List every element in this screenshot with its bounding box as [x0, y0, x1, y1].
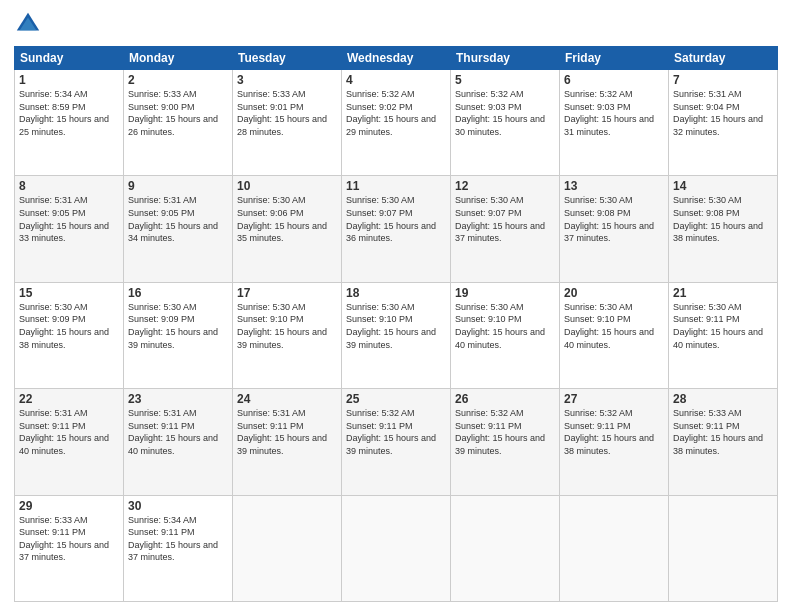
calendar-header-sunday: Sunday — [15, 47, 124, 70]
calendar-day-cell: 3Sunrise: 5:33 AMSunset: 9:01 PMDaylight… — [233, 70, 342, 176]
calendar-day-cell: 7Sunrise: 5:31 AMSunset: 9:04 PMDaylight… — [669, 70, 778, 176]
day-number: 17 — [237, 286, 337, 300]
logo-icon — [14, 10, 42, 38]
day-info: Sunrise: 5:32 AMSunset: 9:11 PMDaylight:… — [455, 407, 555, 457]
day-number: 22 — [19, 392, 119, 406]
day-number: 21 — [673, 286, 773, 300]
calendar-day-cell: 15Sunrise: 5:30 AMSunset: 9:09 PMDayligh… — [15, 282, 124, 388]
calendar-day-cell — [560, 495, 669, 601]
calendar-day-cell: 11Sunrise: 5:30 AMSunset: 9:07 PMDayligh… — [342, 176, 451, 282]
header — [14, 10, 778, 38]
day-number: 12 — [455, 179, 555, 193]
calendar-header-thursday: Thursday — [451, 47, 560, 70]
day-info: Sunrise: 5:30 AMSunset: 9:11 PMDaylight:… — [673, 301, 773, 351]
calendar-day-cell: 4Sunrise: 5:32 AMSunset: 9:02 PMDaylight… — [342, 70, 451, 176]
day-number: 29 — [19, 499, 119, 513]
day-number: 3 — [237, 73, 337, 87]
calendar-header-saturday: Saturday — [669, 47, 778, 70]
calendar-week-row: 8Sunrise: 5:31 AMSunset: 9:05 PMDaylight… — [15, 176, 778, 282]
day-number: 23 — [128, 392, 228, 406]
calendar-header-wednesday: Wednesday — [342, 47, 451, 70]
day-number: 7 — [673, 73, 773, 87]
day-info: Sunrise: 5:33 AMSunset: 9:01 PMDaylight:… — [237, 88, 337, 138]
day-info: Sunrise: 5:30 AMSunset: 9:10 PMDaylight:… — [564, 301, 664, 351]
calendar-day-cell — [451, 495, 560, 601]
calendar-day-cell: 23Sunrise: 5:31 AMSunset: 9:11 PMDayligh… — [124, 389, 233, 495]
page: SundayMondayTuesdayWednesdayThursdayFrid… — [0, 0, 792, 612]
day-number: 2 — [128, 73, 228, 87]
day-info: Sunrise: 5:30 AMSunset: 9:10 PMDaylight:… — [455, 301, 555, 351]
day-info: Sunrise: 5:30 AMSunset: 9:06 PMDaylight:… — [237, 194, 337, 244]
calendar-day-cell: 18Sunrise: 5:30 AMSunset: 9:10 PMDayligh… — [342, 282, 451, 388]
calendar-day-cell: 10Sunrise: 5:30 AMSunset: 9:06 PMDayligh… — [233, 176, 342, 282]
calendar-day-cell: 24Sunrise: 5:31 AMSunset: 9:11 PMDayligh… — [233, 389, 342, 495]
calendar-day-cell: 29Sunrise: 5:33 AMSunset: 9:11 PMDayligh… — [15, 495, 124, 601]
day-number: 15 — [19, 286, 119, 300]
day-info: Sunrise: 5:31 AMSunset: 9:11 PMDaylight:… — [237, 407, 337, 457]
day-number: 5 — [455, 73, 555, 87]
calendar-day-cell: 8Sunrise: 5:31 AMSunset: 9:05 PMDaylight… — [15, 176, 124, 282]
day-number: 30 — [128, 499, 228, 513]
day-number: 16 — [128, 286, 228, 300]
day-number: 9 — [128, 179, 228, 193]
calendar-day-cell: 16Sunrise: 5:30 AMSunset: 9:09 PMDayligh… — [124, 282, 233, 388]
calendar-day-cell — [669, 495, 778, 601]
day-info: Sunrise: 5:33 AMSunset: 9:11 PMDaylight:… — [673, 407, 773, 457]
day-number: 28 — [673, 392, 773, 406]
day-number: 19 — [455, 286, 555, 300]
day-info: Sunrise: 5:31 AMSunset: 9:04 PMDaylight:… — [673, 88, 773, 138]
day-number: 10 — [237, 179, 337, 193]
calendar-day-cell: 6Sunrise: 5:32 AMSunset: 9:03 PMDaylight… — [560, 70, 669, 176]
day-number: 6 — [564, 73, 664, 87]
day-info: Sunrise: 5:31 AMSunset: 9:05 PMDaylight:… — [128, 194, 228, 244]
day-number: 24 — [237, 392, 337, 406]
day-number: 11 — [346, 179, 446, 193]
calendar-table: SundayMondayTuesdayWednesdayThursdayFrid… — [14, 46, 778, 602]
day-info: Sunrise: 5:31 AMSunset: 9:11 PMDaylight:… — [19, 407, 119, 457]
calendar-day-cell: 25Sunrise: 5:32 AMSunset: 9:11 PMDayligh… — [342, 389, 451, 495]
calendar-header-row: SundayMondayTuesdayWednesdayThursdayFrid… — [15, 47, 778, 70]
day-info: Sunrise: 5:30 AMSunset: 9:07 PMDaylight:… — [455, 194, 555, 244]
calendar-day-cell: 19Sunrise: 5:30 AMSunset: 9:10 PMDayligh… — [451, 282, 560, 388]
calendar-day-cell: 27Sunrise: 5:32 AMSunset: 9:11 PMDayligh… — [560, 389, 669, 495]
day-number: 4 — [346, 73, 446, 87]
calendar-day-cell: 14Sunrise: 5:30 AMSunset: 9:08 PMDayligh… — [669, 176, 778, 282]
day-info: Sunrise: 5:34 AMSunset: 8:59 PMDaylight:… — [19, 88, 119, 138]
day-info: Sunrise: 5:30 AMSunset: 9:09 PMDaylight:… — [19, 301, 119, 351]
logo — [14, 10, 46, 38]
day-info: Sunrise: 5:32 AMSunset: 9:11 PMDaylight:… — [346, 407, 446, 457]
calendar-week-row: 29Sunrise: 5:33 AMSunset: 9:11 PMDayligh… — [15, 495, 778, 601]
day-info: Sunrise: 5:33 AMSunset: 9:00 PMDaylight:… — [128, 88, 228, 138]
day-number: 13 — [564, 179, 664, 193]
calendar-week-row: 15Sunrise: 5:30 AMSunset: 9:09 PMDayligh… — [15, 282, 778, 388]
day-number: 1 — [19, 73, 119, 87]
day-info: Sunrise: 5:30 AMSunset: 9:08 PMDaylight:… — [673, 194, 773, 244]
calendar-week-row: 22Sunrise: 5:31 AMSunset: 9:11 PMDayligh… — [15, 389, 778, 495]
calendar-day-cell: 1Sunrise: 5:34 AMSunset: 8:59 PMDaylight… — [15, 70, 124, 176]
day-info: Sunrise: 5:33 AMSunset: 9:11 PMDaylight:… — [19, 514, 119, 564]
calendar-day-cell — [233, 495, 342, 601]
day-info: Sunrise: 5:30 AMSunset: 9:10 PMDaylight:… — [346, 301, 446, 351]
calendar-day-cell: 22Sunrise: 5:31 AMSunset: 9:11 PMDayligh… — [15, 389, 124, 495]
calendar-day-cell — [342, 495, 451, 601]
day-info: Sunrise: 5:32 AMSunset: 9:02 PMDaylight:… — [346, 88, 446, 138]
calendar-day-cell: 26Sunrise: 5:32 AMSunset: 9:11 PMDayligh… — [451, 389, 560, 495]
day-info: Sunrise: 5:30 AMSunset: 9:07 PMDaylight:… — [346, 194, 446, 244]
day-number: 25 — [346, 392, 446, 406]
day-info: Sunrise: 5:31 AMSunset: 9:11 PMDaylight:… — [128, 407, 228, 457]
day-info: Sunrise: 5:32 AMSunset: 9:03 PMDaylight:… — [455, 88, 555, 138]
calendar-day-cell: 30Sunrise: 5:34 AMSunset: 9:11 PMDayligh… — [124, 495, 233, 601]
calendar-header-tuesday: Tuesday — [233, 47, 342, 70]
calendar-day-cell: 21Sunrise: 5:30 AMSunset: 9:11 PMDayligh… — [669, 282, 778, 388]
day-number: 18 — [346, 286, 446, 300]
day-info: Sunrise: 5:34 AMSunset: 9:11 PMDaylight:… — [128, 514, 228, 564]
day-info: Sunrise: 5:30 AMSunset: 9:09 PMDaylight:… — [128, 301, 228, 351]
day-number: 27 — [564, 392, 664, 406]
day-number: 26 — [455, 392, 555, 406]
day-number: 20 — [564, 286, 664, 300]
calendar-day-cell: 20Sunrise: 5:30 AMSunset: 9:10 PMDayligh… — [560, 282, 669, 388]
day-info: Sunrise: 5:32 AMSunset: 9:03 PMDaylight:… — [564, 88, 664, 138]
calendar-header-friday: Friday — [560, 47, 669, 70]
day-info: Sunrise: 5:32 AMSunset: 9:11 PMDaylight:… — [564, 407, 664, 457]
day-info: Sunrise: 5:30 AMSunset: 9:10 PMDaylight:… — [237, 301, 337, 351]
